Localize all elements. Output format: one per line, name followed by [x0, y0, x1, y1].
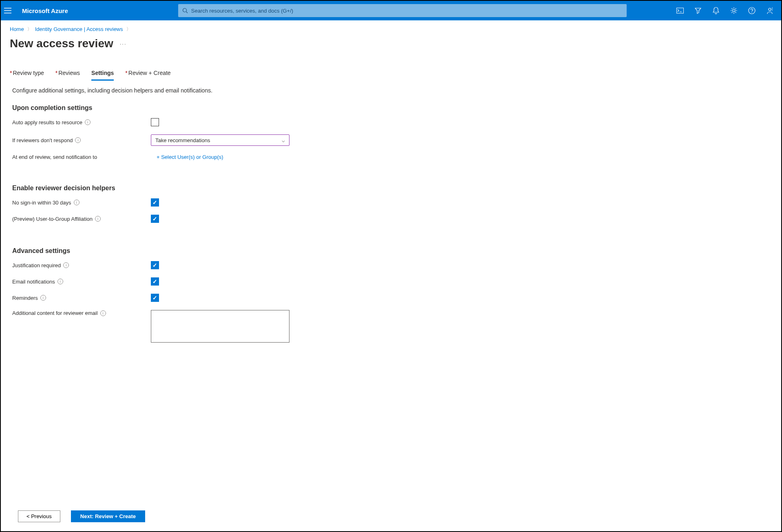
svg-point-4: [749, 7, 755, 14]
svg-line-1: [186, 12, 188, 13]
select-users-link[interactable]: + Select User(s) or Group(s): [151, 154, 223, 160]
section-title: Upon completion settings: [12, 104, 770, 112]
field-label: Reminders i: [12, 295, 151, 301]
wizard-footer: < Previous Next: Review + Create: [18, 510, 145, 522]
page-title: New access review: [10, 37, 113, 50]
field-label: Additional content for reviewer email i: [12, 310, 151, 316]
field-additional-content: Additional content for reviewer email i: [12, 310, 770, 343]
search-icon: [182, 8, 188, 13]
tab-reviews[interactable]: *Reviews: [55, 70, 80, 81]
info-icon[interactable]: i: [57, 279, 63, 284]
svg-point-5: [751, 12, 752, 13]
search-input[interactable]: [191, 8, 623, 14]
top-bar: Microsoft Azure: [1, 1, 781, 20]
help-icon[interactable]: [744, 2, 760, 19]
brand-label: Microsoft Azure: [22, 7, 68, 14]
field-label: (Preview) User-to-Group Affiliation i: [12, 216, 151, 222]
breadcrumb-home[interactable]: Home: [10, 26, 24, 32]
svg-point-6: [769, 8, 771, 11]
field-auto-apply: Auto apply results to resource i: [12, 118, 770, 126]
chevron-right-icon: 〉: [27, 26, 32, 32]
section-title: Enable reviewer decision helpers: [12, 185, 770, 192]
top-icons: [672, 2, 778, 19]
no-respond-select[interactable]: Take recommendations ⌵: [151, 134, 289, 146]
svg-point-0: [183, 9, 186, 12]
more-actions-icon[interactable]: ···: [120, 41, 127, 47]
info-icon[interactable]: i: [74, 200, 80, 205]
info-icon[interactable]: i: [75, 137, 81, 143]
info-icon[interactable]: i: [95, 216, 101, 222]
info-icon[interactable]: i: [85, 119, 91, 125]
menu-icon[interactable]: [4, 8, 17, 13]
info-icon[interactable]: i: [63, 262, 69, 268]
chevron-down-icon: ⌵: [282, 137, 285, 143]
search-box[interactable]: [178, 4, 627, 17]
breadcrumb: Home 〉 Identity Governance | Access revi…: [1, 20, 781, 32]
justification-checkbox[interactable]: [151, 261, 159, 269]
additional-content-textarea[interactable]: [151, 310, 289, 343]
field-label: Auto apply results to resource i: [12, 119, 151, 125]
section-upon-completion: Upon completion settings Auto apply resu…: [1, 94, 781, 160]
svg-point-3: [733, 9, 735, 12]
tab-settings[interactable]: Settings: [91, 70, 114, 81]
tab-review-create[interactable]: *Review + Create: [125, 70, 170, 81]
field-no-signin: No sign-in within 30 days i: [12, 198, 770, 207]
tabs: *Review type *Reviews Settings *Review +…: [1, 50, 781, 81]
settings-icon[interactable]: [726, 2, 742, 19]
section-decision-helpers: Enable reviewer decision helpers No sign…: [1, 168, 781, 223]
field-label: Justification required i: [12, 262, 151, 268]
tab-review-type[interactable]: *Review type: [10, 70, 44, 81]
settings-description: Configure additional settings, including…: [1, 81, 781, 94]
email-notif-checkbox[interactable]: [151, 277, 159, 286]
chevron-right-icon: 〉: [126, 26, 131, 32]
no-signin-checkbox[interactable]: [151, 198, 159, 207]
info-icon[interactable]: i: [100, 310, 106, 316]
reminders-checkbox[interactable]: [151, 294, 159, 302]
field-label: At end of review, send notification to: [12, 154, 151, 160]
field-label: If reviewers don't respond i: [12, 137, 151, 143]
svg-rect-2: [677, 8, 684, 13]
breadcrumb-path[interactable]: Identity Governance | Access reviews: [35, 26, 123, 32]
field-affiliation: (Preview) User-to-Group Affiliation i: [12, 215, 770, 223]
previous-button[interactable]: < Previous: [18, 510, 60, 522]
next-button[interactable]: Next: Review + Create: [71, 510, 145, 522]
page-title-row: New access review ···: [1, 32, 781, 50]
info-icon[interactable]: i: [40, 295, 46, 301]
field-email-notif: Email notifications i: [12, 277, 770, 286]
section-advanced: Advanced settings Justification required…: [1, 231, 781, 343]
notifications-icon[interactable]: [708, 2, 724, 19]
cloud-shell-icon[interactable]: [672, 2, 688, 19]
affiliation-checkbox[interactable]: [151, 215, 159, 223]
field-justification: Justification required i: [12, 261, 770, 269]
field-reminders: Reminders i: [12, 294, 770, 302]
section-title: Advanced settings: [12, 247, 770, 255]
auto-apply-checkbox[interactable]: [151, 118, 159, 126]
field-label: No sign-in within 30 days i: [12, 200, 151, 206]
feedback-icon[interactable]: [762, 2, 778, 19]
field-label: Email notifications i: [12, 279, 151, 285]
field-no-respond: If reviewers don't respond i Take recomm…: [12, 134, 770, 146]
directory-filter-icon[interactable]: [690, 2, 706, 19]
field-notify: At end of review, send notification to +…: [12, 154, 770, 160]
